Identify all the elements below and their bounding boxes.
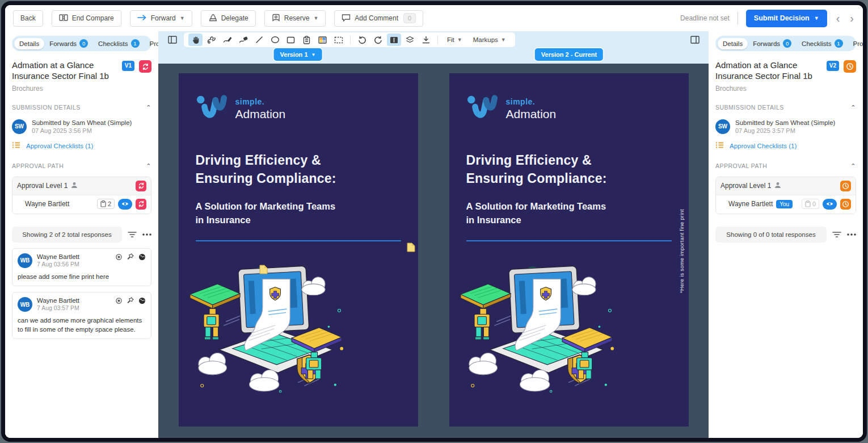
pin-icon[interactable] bbox=[127, 297, 134, 304]
forward-button[interactable]: Forward ▼ bbox=[130, 10, 192, 27]
submission-details-header: SUBMISSION DETAILS bbox=[12, 104, 81, 111]
tab-checklists[interactable]: Checklists1 bbox=[93, 37, 144, 50]
rotate-cw-button[interactable] bbox=[371, 34, 385, 46]
rectangle-tool-button[interactable] bbox=[284, 34, 298, 46]
layers-button[interactable] bbox=[403, 34, 417, 46]
more-options-button[interactable] bbox=[142, 233, 151, 236]
viewed-eye-badge[interactable] bbox=[823, 199, 837, 210]
line-tool-button[interactable] bbox=[252, 34, 266, 46]
checklist-icon bbox=[12, 141, 20, 151]
end-compare-button[interactable]: End Compare bbox=[52, 10, 121, 27]
brand-admation-label: Admation bbox=[506, 107, 557, 121]
pen-tool-button[interactable] bbox=[220, 34, 234, 46]
viewed-eye-badge[interactable] bbox=[118, 199, 132, 210]
ellipse-tool-button[interactable] bbox=[268, 34, 282, 46]
document-category: Brochures bbox=[715, 85, 856, 93]
sticky-note-icon[interactable] bbox=[259, 265, 268, 274]
forward-label: Forward bbox=[151, 14, 176, 22]
document-page-v1[interactable]: simple. Admation Driving Efficiency & En… bbox=[179, 73, 418, 427]
sticky-note-icon[interactable] bbox=[407, 243, 415, 252]
add-comment-count-badge: 0 bbox=[403, 13, 416, 23]
tab-checklists[interactable]: Checklists1 bbox=[797, 37, 848, 50]
panel-right-toggle-button[interactable] bbox=[688, 34, 702, 46]
brand-simple-label: simple. bbox=[235, 97, 286, 106]
highlighter-tool-button[interactable] bbox=[236, 34, 250, 46]
doc-heading: Driving Efficiency & Ensuring Compliance… bbox=[196, 152, 401, 187]
version-2-label: Version 2 - Current bbox=[541, 51, 597, 58]
tab-forwards[interactable]: Forwards0 bbox=[748, 37, 797, 50]
download-button[interactable] bbox=[419, 34, 433, 46]
lasso-tool-button[interactable] bbox=[204, 34, 218, 46]
delegate-button[interactable]: Delegate bbox=[201, 10, 256, 27]
add-comment-button[interactable]: Add Comment 0 bbox=[334, 10, 423, 27]
admation-logo-icon bbox=[196, 91, 229, 127]
version-2-button[interactable]: Version 2 - Current bbox=[535, 48, 603, 61]
filter-icon[interactable] bbox=[128, 231, 137, 238]
reserve-label: Reserve bbox=[284, 14, 310, 22]
next-proof-button[interactable]: › bbox=[849, 12, 855, 24]
collapse-chevron-icon[interactable]: ⌃ bbox=[850, 104, 856, 111]
approver-comment-count-chip[interactable]: 0 bbox=[802, 199, 819, 209]
submitted-date-label: 07 Aug 2025 3:57 PM bbox=[735, 127, 835, 134]
version-1-button[interactable]: Version 1▼ bbox=[274, 48, 322, 61]
pending-clock-icon[interactable] bbox=[844, 60, 856, 73]
submit-decision-button[interactable]: Submit Decision ▼ bbox=[746, 10, 827, 27]
approval-level-card: Approval Level 1 Wayne Bartlett You 0 bbox=[715, 177, 856, 214]
doc-heading-line2: Ensuring Compliance: bbox=[466, 170, 672, 188]
collapse-chevron-icon[interactable]: ⌃ bbox=[146, 104, 151, 111]
doc-heading: Driving Efficiency & Ensuring Compliance… bbox=[466, 152, 672, 187]
markups-dropdown[interactable]: Markups▼ bbox=[469, 36, 511, 43]
chevron-down-icon: ▼ bbox=[311, 52, 316, 57]
more-options-button[interactable] bbox=[847, 233, 856, 236]
pin-icon[interactable] bbox=[127, 253, 134, 261]
filter-icon[interactable] bbox=[832, 231, 841, 238]
reserve-button[interactable]: Reserve ▼ bbox=[264, 10, 326, 27]
approval-checklists-link[interactable]: Approval Checklists (1) bbox=[26, 143, 93, 149]
topbar-right-group: Deadline not set Submit Decision ▼ ‹ › bbox=[680, 10, 855, 27]
changes-requested-icon[interactable] bbox=[139, 60, 151, 73]
globe-icon[interactable] bbox=[138, 297, 146, 304]
submitter-avatar: SW bbox=[715, 119, 730, 134]
approver-comment-count-chip[interactable]: 2 bbox=[97, 199, 115, 209]
locate-target-icon[interactable] bbox=[115, 297, 123, 304]
doc-subheading: A Solution for Marketing Teams in Insura… bbox=[196, 200, 401, 226]
tab-details[interactable]: Details bbox=[14, 38, 44, 49]
approver-status-changes-icon bbox=[136, 199, 146, 210]
tab-project[interactable]: Project bbox=[145, 38, 159, 49]
marquee-select-tool-button[interactable] bbox=[331, 34, 345, 46]
approval-checklists-link[interactable]: Approval Checklists (1) bbox=[730, 143, 797, 149]
rotate-ccw-button[interactable] bbox=[355, 34, 369, 46]
chevron-down-icon: ▼ bbox=[814, 15, 819, 21]
comment-card[interactable]: WB Wayne Bartlett 7 Aug 03:56 PM please … bbox=[12, 248, 151, 287]
collapse-chevron-icon[interactable]: ⌃ bbox=[850, 162, 856, 170]
delegate-label: Delegate bbox=[221, 14, 248, 22]
doc-subheading: A Solution for Marketing Teams in Insura… bbox=[466, 200, 672, 226]
doc-heading-line1: Driving Efficiency & bbox=[196, 152, 401, 170]
back-button[interactable]: Back bbox=[13, 10, 43, 27]
reserve-icon bbox=[272, 14, 280, 23]
approver-comment-count: 0 bbox=[812, 200, 816, 207]
collapse-chevron-icon[interactable]: ⌃ bbox=[146, 162, 151, 170]
note-clipboard-tool-button[interactable] bbox=[300, 34, 314, 46]
locate-target-icon[interactable] bbox=[115, 253, 123, 261]
globe-icon[interactable] bbox=[138, 253, 146, 261]
fit-dropdown[interactable]: Fit▼ bbox=[443, 36, 467, 43]
tab-details-label: Details bbox=[19, 40, 39, 47]
chevron-down-icon: ▼ bbox=[457, 37, 462, 43]
prev-proof-button[interactable]: ‹ bbox=[835, 12, 841, 24]
tab-forwards[interactable]: Forwards0 bbox=[44, 37, 93, 50]
tab-project-label: Project bbox=[853, 40, 863, 47]
stamp-image-tool-button[interactable] bbox=[315, 34, 330, 46]
tab-project[interactable]: Project bbox=[848, 38, 863, 49]
delegate-stamp-icon bbox=[208, 14, 217, 23]
comment-card[interactable]: WB Wayne Bartlett 7 Aug 03:57 PM can we … bbox=[12, 292, 151, 339]
doc-subheading-line1: A Solution for Marketing Teams bbox=[196, 200, 401, 213]
document-page-v2[interactable]: simple. Admation Driving Efficiency & En… bbox=[449, 73, 689, 427]
tab-details[interactable]: Details bbox=[718, 38, 748, 49]
pan-hand-tool-button[interactable] bbox=[188, 34, 203, 46]
approval-path-header: APPROVAL PATH bbox=[12, 162, 64, 169]
checklist-icon bbox=[715, 141, 724, 151]
panel-left-toggle-button[interactable] bbox=[165, 34, 179, 46]
fit-label: Fit bbox=[447, 36, 454, 43]
compare-view-button[interactable] bbox=[387, 34, 401, 46]
